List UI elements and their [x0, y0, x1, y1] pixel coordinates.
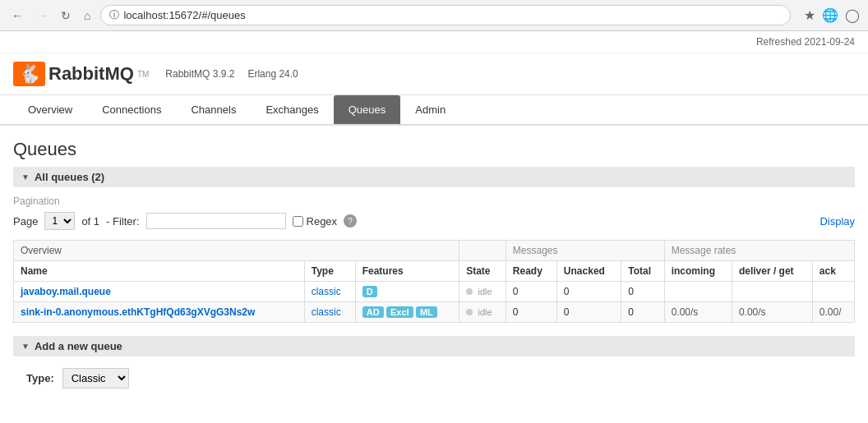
nav-bar: Overview Connections Channels Exchanges … — [0, 95, 868, 126]
type-select[interactable]: Classic Quorum — [62, 368, 129, 389]
logo-rabbit-icon: 🐇 — [13, 62, 45, 86]
version-info: RabbitMQ 3.9.2 Erlang 24.0 — [165, 68, 298, 80]
feature-badge-excl: Excl — [386, 306, 413, 318]
app-header: 🐇 RabbitMQ TM RabbitMQ 3.9.2 Erlang 24.0 — [0, 53, 868, 95]
browser-chrome: ← → ↻ ⌂ ⓘ localhost:15672/#/queues ★ 🌐 ◯ — [0, 0, 868, 31]
feature-badge-ml: ML — [416, 306, 437, 318]
queue-name-cell: sink-in-0.anonymous.ethKTgHfQd63gXVgG3Ns… — [14, 302, 305, 323]
page-content: Queues ▼ All queues (2) Pagination Page … — [0, 126, 868, 405]
nav-channels[interactable]: Channels — [176, 95, 251, 124]
logo-text: RabbitMQ — [48, 63, 134, 85]
rabbitmq-version: RabbitMQ 3.9.2 — [165, 68, 234, 80]
regex-checkbox[interactable] — [293, 216, 303, 227]
queue-incoming — [664, 282, 732, 302]
refresh-timestamp: Refreshed 2021-09-24 — [756, 36, 855, 48]
queue-ready: 0 — [506, 302, 556, 323]
queue-state-cell: idle — [459, 282, 506, 302]
queue-type-cell: classic — [304, 302, 355, 323]
type-label: Type: — [26, 372, 54, 384]
bookmark-button[interactable]: ★ — [804, 7, 815, 23]
add-queue-section: ▼ Add a new queue Type: Classic Quorum — [13, 336, 855, 392]
queue-features-cell: AD Excl ML — [355, 302, 459, 323]
nav-admin[interactable]: Admin — [400, 95, 460, 124]
feature-badge-ad: AD — [362, 306, 384, 318]
queue-name-link[interactable]: sink-in-0.anonymous.ethKTgHfQd63gXVgG3Ns… — [21, 306, 255, 318]
of-label: of 1 — [81, 215, 99, 228]
regex-help-button[interactable]: ? — [344, 214, 357, 228]
url-text: localhost:15672/#/queues — [123, 9, 245, 21]
queue-name-link[interactable]: javaboy.mail.queue — [21, 286, 111, 297]
pagination-section: Pagination Page 1 of 1 - Filter: Regex ?… — [13, 195, 855, 230]
queue-ack: 0.00/ — [812, 302, 854, 323]
reload-button[interactable]: ↻ — [58, 7, 74, 24]
url-bar[interactable]: ⓘ localhost:15672/#/queues — [100, 5, 791, 25]
all-queues-section-header[interactable]: ▼ All queues (2) — [13, 167, 855, 187]
profile-button[interactable]: ◯ — [845, 7, 860, 23]
col-unacked: Unacked — [556, 261, 621, 282]
feature-badge-d: D — [362, 286, 377, 297]
group-header-row: Overview Messages Message rates — [14, 241, 855, 261]
queue-state-cell: idle — [459, 302, 506, 323]
queue-total: 0 — [621, 282, 664, 302]
logo-tm: TM — [137, 70, 149, 79]
forward-button[interactable]: → — [33, 7, 51, 24]
col-ack: ack — [812, 261, 854, 282]
queue-ready: 0 — [506, 282, 556, 302]
top-info-bar: Refreshed 2021-09-24 — [0, 31, 868, 53]
queue-incoming: 0.00/s — [664, 302, 732, 323]
all-queues-label: All queues (2) — [35, 171, 104, 183]
queue-type-link[interactable]: classic — [312, 286, 341, 297]
filter-input[interactable] — [146, 213, 286, 229]
queue-ack — [812, 282, 854, 302]
col-deliver-get: deliver / get — [732, 261, 812, 282]
col-state: State — [459, 261, 506, 282]
browser-icons: ★ 🌐 ◯ — [804, 7, 860, 23]
col-name: Name — [14, 261, 305, 282]
erlang-version: Erlang 24.0 — [247, 68, 298, 80]
nav-connections[interactable]: Connections — [87, 95, 176, 124]
home-button[interactable]: ⌂ — [81, 7, 94, 24]
queue-deliver-get — [732, 282, 812, 302]
state-dot-icon — [466, 288, 473, 295]
queues-table: Overview Messages Message rates Name Typ… — [13, 240, 855, 323]
nav-overview[interactable]: Overview — [13, 95, 87, 124]
col-features: Features — [355, 261, 459, 282]
queue-unacked: 0 — [556, 302, 621, 323]
page-title: Queues — [13, 139, 855, 160]
queue-type-cell: classic — [304, 282, 355, 302]
empty-header-1 — [459, 241, 506, 261]
rates-group-header: Message rates — [664, 241, 854, 261]
back-button[interactable]: ← — [8, 7, 26, 24]
queue-name-cell: javaboy.mail.queue — [14, 282, 305, 302]
pagination-row: Page 1 of 1 - Filter: Regex ? Display — [13, 212, 855, 230]
nav-queues[interactable]: Queues — [334, 95, 401, 124]
pagination-label: Pagination — [13, 195, 855, 207]
queue-state: idle — [478, 287, 492, 297]
type-row: Type: Classic Quorum — [13, 365, 855, 392]
col-ready: Ready — [506, 261, 556, 282]
display-link[interactable]: Display — [820, 215, 855, 228]
add-queue-header[interactable]: ▼ Add a new queue — [13, 336, 855, 356]
overview-group-header: Overview — [14, 241, 459, 261]
page-label: Page — [13, 215, 38, 228]
queue-deliver-get: 0.00/s — [732, 302, 812, 323]
state-dot-icon — [466, 309, 473, 315]
translate-button[interactable]: 🌐 — [822, 7, 838, 23]
queue-type-link[interactable]: classic — [312, 306, 341, 318]
nav-exchanges[interactable]: Exchanges — [251, 95, 333, 124]
table-row: sink-in-0.anonymous.ethKTgHfQd63gXVgG3Ns… — [14, 302, 855, 323]
page-select[interactable]: 1 — [44, 212, 75, 230]
table-row: javaboy.mail.queue classic D idle 0 0 0 — [14, 282, 855, 302]
queue-unacked: 0 — [556, 282, 621, 302]
col-header-row: Name Type Features State Ready Unacked T… — [14, 261, 855, 282]
add-queue-label: Add a new queue — [35, 340, 122, 352]
filter-label: - Filter: — [106, 215, 139, 228]
col-type: Type — [304, 261, 355, 282]
chevron-down-icon: ▼ — [21, 172, 30, 182]
queue-state: idle — [478, 307, 492, 317]
regex-label-text: Regex — [307, 215, 338, 228]
regex-checkbox-label: Regex — [293, 215, 338, 228]
col-incoming: incoming — [664, 261, 732, 282]
col-total: Total — [621, 261, 664, 282]
queue-total: 0 — [621, 302, 664, 323]
